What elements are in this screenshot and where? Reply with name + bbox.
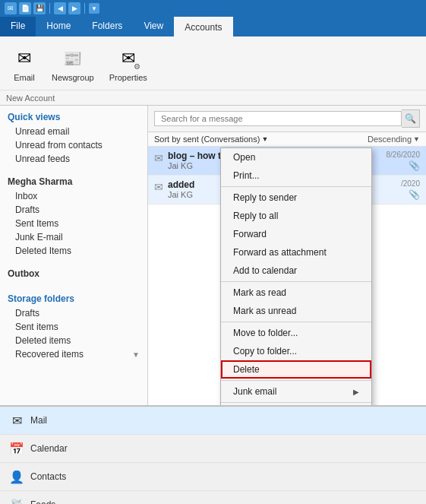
ctx-mark-read[interactable]: Mark as read [221,284,371,302]
sidebar-item-deleted[interactable]: Deleted Items [0,244,147,258]
ctx-forward-label: Forward [233,229,267,239]
tab-accounts[interactable]: Accounts [174,17,232,36]
app-icon: ✉ [5,2,17,14]
ctx-forward-attach-label: Forward as attachment [233,247,327,258]
feeds-icon: 📡 [9,497,24,504]
sort-bar: Sort by sent (Conversations) ▼ Descendin… [148,132,426,147]
ctx-forward[interactable]: Forward [221,225,371,243]
ctx-sep1 [221,186,371,187]
mail-icon: ✉ [9,413,24,428]
sort-label: Sort by sent (Conversations) [154,135,260,144]
nav-feeds[interactable]: 📡 Feeds [0,491,426,504]
search-button[interactable]: 🔍 [402,109,420,128]
nav-calendar-label: Calendar [30,443,68,454]
ribbon-tabs: File Home Folders View Accounts [0,17,426,36]
ctx-delete[interactable]: Delete [221,360,371,379]
ctx-reply-all[interactable]: Reply to all [221,207,371,225]
more-icon[interactable]: ▼ [89,3,99,14]
ctx-copy-folder[interactable]: Copy to folder... [221,342,371,360]
newsgroup-button[interactable]: 📰 Newsgroup [46,43,100,85]
ctx-forward-attach[interactable]: Forward as attachment [221,243,371,262]
tab-home[interactable]: Home [36,17,81,36]
nav-feeds-label: Feeds [30,499,55,504]
scroll-down-arrow: ▼ [132,350,140,359]
ctx-add-calendar[interactable]: Add to calendar [221,262,371,280]
ctx-open-label: Open [233,152,255,163]
ctx-add-contact: Add sender to contacts [221,404,371,405]
sidebar-item-storage-drafts[interactable]: Drafts [0,306,147,320]
sidebar-item-storage-sent[interactable]: Sent items [0,320,147,334]
ctx-reply-all-label: Reply to all [233,211,278,221]
context-menu: Open Print... Reply to sender Reply to a… [220,147,372,405]
account-header: Megha Sharma [0,172,147,189]
sidebar-item-junk[interactable]: Junk E-mail [0,230,147,244]
search-input[interactable] [154,111,402,126]
email-attach-icon-1: 📎 [409,160,420,171]
tab-folders[interactable]: Folders [81,17,133,36]
email-date-2: /2020 [401,179,420,188]
ctx-print[interactable]: Print... [221,166,371,185]
ctx-junk-email[interactable]: Junk email ▶ [221,382,371,401]
sidebar-divider1 [0,166,147,172]
save-icon[interactable]: 💾 [33,2,46,14]
ribbon: File Home Folders View Accounts ✉ Email … [0,17,426,106]
ctx-move-folder[interactable]: Move to folder... [221,324,371,342]
back-icon[interactable]: ◀ [54,2,66,14]
title-bar-icons: ✉ 📄 💾 ◀ ▶ ▼ [5,2,99,14]
calendar-icon: 📅 [9,441,24,456]
ctx-mark-unread[interactable]: Mark as unread [221,302,371,320]
sort-order[interactable]: Descending ▼ [368,135,420,144]
email-label: Email [14,73,35,82]
sidebar-item-storage-recovered[interactable]: Recovered items ▼ [0,347,147,361]
new-account-label: New Account [6,94,55,103]
sidebar-item-sent[interactable]: Sent Items [0,217,147,230]
nav-contacts[interactable]: 👤 Contacts [0,463,426,491]
ctx-junk-email-label: Junk email [233,386,276,397]
ctx-print-label: Print... [233,170,260,181]
tab-file[interactable]: File [0,17,36,36]
properties-button[interactable]: ✉⚙ Properties [103,43,153,85]
email-meta-1: 8/26/2020 📎 [387,151,421,171]
app-window: ✉ 📄 💾 ◀ ▶ ▼ File Home Folders View Accou… [0,0,426,504]
email-icon: ✉ [12,46,36,71]
ctx-junk-arrow: ▶ [353,388,359,396]
new-doc-icon[interactable]: 📄 [19,2,31,14]
ribbon-content: ✉ Email 📰 Newsgroup ✉⚙ Properties [0,36,426,90]
ctx-reply-sender[interactable]: Reply to sender [221,189,371,207]
storage-header: Storage folders [0,287,147,306]
nav-mail[interactable]: ✉ Mail [0,407,426,435]
tab-view[interactable]: View [133,17,174,36]
ctx-sep3 [221,322,371,322]
ctx-sep5 [221,402,371,403]
sort-dropdown-icon: ▼ [261,135,268,143]
newsgroup-icon: 📰 [61,46,85,71]
contacts-icon: 👤 [9,469,24,484]
title-divider2 [84,3,85,14]
ctx-copy-folder-label: Copy to folder... [233,346,297,357]
email-envelope-icon-2: ✉ [154,181,163,200]
email-button[interactable]: ✉ Email [6,43,43,85]
nav-contacts-label: Contacts [30,471,66,482]
ctx-sep4 [221,380,371,381]
nav-mail-label: Mail [30,415,47,426]
sidebar-item-storage-deleted[interactable]: Deleted items [0,334,147,347]
email-meta-2: /2020 📎 [401,179,420,200]
quick-views-header: Quick views [0,106,147,125]
newsgroup-label: Newsgroup [52,73,94,82]
sort-button[interactable]: Sort by sent (Conversations) ▼ [154,135,268,144]
middle-section: Quick views Unread email Unread from con… [0,106,426,405]
sidebar-item-unread-email[interactable]: Unread email [0,125,147,138]
title-divider [49,3,50,14]
content-area: 🔍 Sort by sent (Conversations) ▼ Descend… [148,106,426,405]
sidebar-item-drafts[interactable]: Drafts [0,203,147,217]
nav-calendar[interactable]: 📅 Calendar [0,435,426,463]
sidebar: Quick views Unread email Unread from con… [0,106,148,405]
ctx-delete-label: Delete [233,364,260,375]
ctx-open[interactable]: Open [221,148,371,166]
sidebar-item-unread-contacts[interactable]: Unread from contacts [0,138,147,152]
fwd-icon[interactable]: ▶ [68,2,80,14]
title-bar: ✉ 📄 💾 ◀ ▶ ▼ [0,0,426,17]
sidebar-item-unread-feeds[interactable]: Unread feeds [0,152,147,166]
sidebar-item-inbox[interactable]: Inbox [0,189,147,203]
sort-order-icon: ▼ [413,135,420,143]
